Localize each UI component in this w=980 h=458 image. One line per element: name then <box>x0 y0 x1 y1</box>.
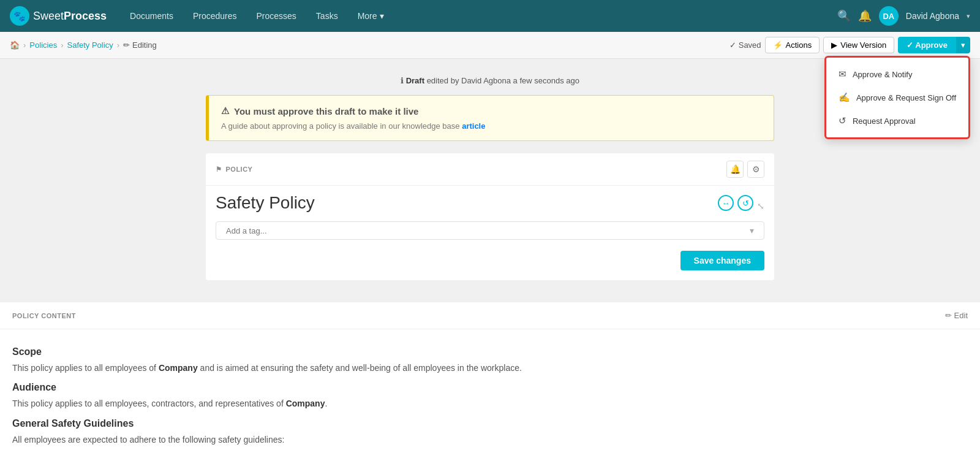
nav-procedures[interactable]: Procedures <box>184 6 246 26</box>
breadcrumb-safety-policy[interactable]: Safety Policy <box>67 40 113 50</box>
logo[interactable]: 🐾 SweetProcess <box>10 6 107 26</box>
request-icon: ↺ <box>839 115 846 126</box>
draft-notice: ℹ Draft edited by David Agbona a few sec… <box>206 76 774 85</box>
pencil-icon: ✏ <box>123 40 130 50</box>
warning-icon: ⚠ <box>221 105 229 116</box>
envelope-icon: ✉ <box>839 69 846 80</box>
check-icon: ✓ <box>729 40 736 50</box>
bell-icon[interactable]: 🔔 <box>858 9 872 23</box>
draft-badge: Draft <box>406 76 424 85</box>
breadcrumb-policies[interactable]: Policies <box>29 40 57 50</box>
nav-processes[interactable]: Processes <box>248 6 305 26</box>
draft-text: edited by David Agbona a few seconds ago <box>427 76 579 85</box>
approve-dropdown-wrapper: ✓ Approve ▾ ✉ Approve & Notify ✍ Approve… <box>898 37 970 53</box>
flag-icon: ⚑ <box>216 166 222 174</box>
avatar: DA <box>879 6 899 26</box>
breadcrumb-sep-1: › <box>23 40 26 50</box>
resize-icon: ⤡ <box>757 201 764 211</box>
content-area: Scope This policy applies to all employe… <box>0 334 980 458</box>
nav-more[interactable]: More ▾ <box>349 6 393 26</box>
title-icons: ↔ ↺ <box>718 195 753 211</box>
info-icon: ℹ <box>401 76 404 85</box>
chevron-down-icon: ▾ <box>380 11 384 21</box>
save-changes-button[interactable]: Save changes <box>680 251 764 270</box>
general-safety-heading: General Safety Guidelines <box>12 418 968 429</box>
user-menu-chevron[interactable]: ▾ <box>967 12 970 20</box>
warning-box: ⚠ You must approve this draft to make it… <box>206 95 774 141</box>
play-icon: ▶ <box>831 40 837 50</box>
logo-icon: 🐾 <box>10 6 29 26</box>
tag-input-row: ▾ <box>216 221 764 240</box>
pencil-edit-icon: ✏ <box>945 311 952 320</box>
nav-tasks[interactable]: Tasks <box>307 6 347 26</box>
logo-text: SweetProcess <box>33 10 107 23</box>
nav-right: 🔍 🔔 DA David Agbona ▾ <box>837 6 970 26</box>
policy-settings-button[interactable]: ⚙ <box>747 161 764 178</box>
request-approval-item[interactable]: ↺ Request Approval <box>826 109 968 132</box>
edit-link[interactable]: ✏ Edit <box>945 311 968 320</box>
main-content: ℹ Draft edited by David Agbona a few sec… <box>196 59 784 290</box>
home-icon[interactable]: 🏠 <box>10 40 20 50</box>
breadcrumb-sep-3: › <box>117 40 119 50</box>
approve-button[interactable]: ✓ Approve <box>898 37 956 53</box>
tag-input[interactable] <box>226 226 750 235</box>
title-icon-1[interactable]: ↔ <box>718 195 734 211</box>
breadcrumb-editing: ✏ Editing <box>123 40 157 50</box>
audience-para: This policy applies to all employees, co… <box>12 397 968 410</box>
top-navigation: 🐾 SweetProcess Documents Procedures Proc… <box>0 0 980 32</box>
tag-dropdown-icon[interactable]: ▾ <box>750 226 754 235</box>
lightning-icon: ⚡ <box>773 40 783 50</box>
policy-title-row: Safety Policy ↔ ↺ ⤡ <box>206 186 774 218</box>
breadcrumb-bar: 🏠 › Policies › Safety Policy › ✏ Editing… <box>0 32 980 59</box>
gear-icon: ⚙ <box>752 164 760 174</box>
breadcrumb-sep-2: › <box>61 40 63 50</box>
approve-dropdown-menu: ✉ Approve & Notify ✍ Approve & Request S… <box>824 56 970 139</box>
view-version-button[interactable]: ▶ View Version <box>823 37 894 53</box>
policy-card-header: ⚑ POLICY 🔔 ⚙ <box>206 153 774 186</box>
actions-button[interactable]: ⚡ Actions <box>765 37 820 53</box>
policy-card: ⚑ POLICY 🔔 ⚙ Safety Policy ↔ ↺ ⤡ <box>206 153 774 280</box>
nav-items: Documents Procedures Processes Tasks Mor… <box>121 6 837 26</box>
policy-bell-button[interactable]: 🔔 <box>726 161 744 178</box>
saved-indicator: ✓ Saved <box>729 40 761 50</box>
scope-heading: Scope <box>12 346 968 357</box>
policy-title-text: Safety Policy <box>216 193 315 213</box>
breadcrumb: 🏠 › Policies › Safety Policy › ✏ Editing <box>10 40 157 50</box>
user-name[interactable]: David Agbona <box>906 11 959 21</box>
save-btn-row: Save changes <box>206 243 774 270</box>
approve-sign-off-item[interactable]: ✍ Approve & Request Sign Off <box>826 86 968 109</box>
policy-header-icons: 🔔 ⚙ <box>726 161 764 178</box>
approve-notify-item[interactable]: ✉ Approve & Notify <box>826 63 968 86</box>
warning-description: A guide about approving a policy is avai… <box>221 121 761 131</box>
toolbar-right: ✓ Saved ⚡ Actions ▶ View Version ✓ Appro… <box>729 37 970 53</box>
approve-caret-button[interactable]: ▾ <box>956 37 970 53</box>
audience-heading: Audience <box>12 382 968 393</box>
sign-off-icon: ✍ <box>839 92 850 103</box>
scope-para: This policy applies to all employees of … <box>12 361 968 375</box>
search-icon[interactable]: 🔍 <box>837 9 851 23</box>
warning-title: ⚠ You must approve this draft to make it… <box>221 105 761 116</box>
policy-content-header: POLICY CONTENT ✏ Edit <box>0 302 980 329</box>
bell-small-icon: 🔔 <box>730 164 741 174</box>
nav-documents[interactable]: Documents <box>121 6 182 26</box>
lower-content: POLICY CONTENT ✏ Edit Scope This policy … <box>0 302 980 458</box>
knowledge-base-link[interactable]: article <box>462 121 485 131</box>
policy-label: ⚑ POLICY <box>216 166 252 174</box>
policy-content-label: POLICY CONTENT <box>12 312 76 319</box>
general-safety-para: All employees are expected to adhere to … <box>12 433 968 446</box>
title-icon-2[interactable]: ↺ <box>737 195 753 211</box>
